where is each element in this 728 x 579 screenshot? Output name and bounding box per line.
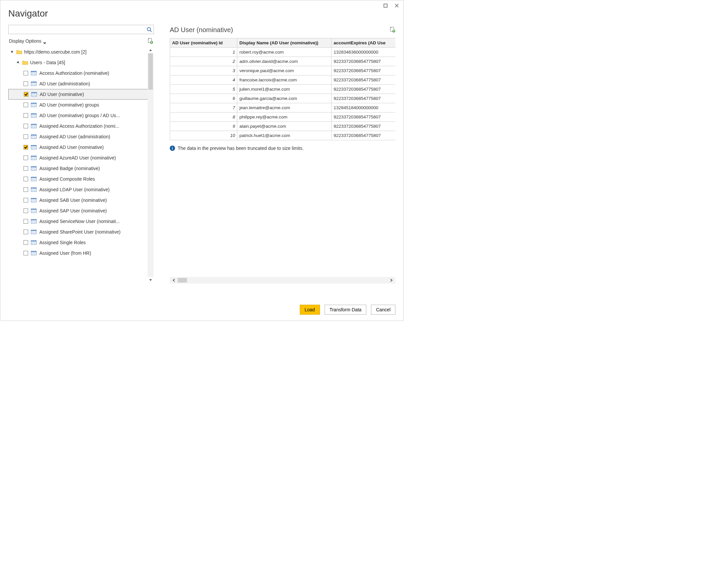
tree-item[interactable]: Assigned Single Roles (8, 237, 149, 248)
table-cell: 8 (170, 112, 237, 122)
table-header-cell[interactable]: Display Name (AD User (nominative)) (237, 38, 332, 48)
tree-item[interactable]: Assigned AD User (administration) (8, 131, 149, 142)
preview-hscrollbar[interactable] (170, 277, 395, 284)
expand-icon[interactable] (17, 60, 21, 64)
tree-item-checkbox[interactable] (24, 177, 28, 181)
cancel-button[interactable]: Cancel (371, 305, 395, 315)
tree-item-label: Assigned SAB User (nominative) (40, 198, 107, 203)
table-row[interactable]: 3veronique.paul@acme.com9223372036854775… (170, 66, 396, 75)
tree-item[interactable]: Assigned Access Authorization (nomi... (8, 121, 149, 131)
table-row[interactable]: 4francoise.lacroix@acme.com9223372036854… (170, 75, 396, 85)
restore-icon[interactable] (383, 3, 388, 8)
table-cell: 9223372036854775807 (332, 122, 395, 131)
table-cell: philippe.rey@acme.com (237, 112, 332, 122)
tree-item-checkbox[interactable] (24, 81, 28, 86)
tree-item-checkbox[interactable] (24, 134, 28, 139)
tree-item[interactable]: Assigned Badge (nominative) (8, 163, 149, 174)
table-row[interactable]: 10patrick.huet1@acme.com9223372036854775… (170, 131, 396, 140)
tree-item[interactable]: AD User (nominative) (8, 89, 149, 100)
scrollbar-track[interactable] (148, 53, 154, 277)
table-icon (31, 219, 37, 223)
table-row[interactable]: 7jean.lemaitre@acme.com13284518400000000… (170, 103, 396, 112)
table-row[interactable]: 9alain.payet@acme.com9223372036854775807 (170, 122, 396, 131)
tree-item[interactable]: Assigned SAP User (nominative) (8, 206, 149, 216)
tree-item-checkbox[interactable] (24, 198, 28, 203)
tree-item[interactable]: Assigned User (from HR) (8, 248, 149, 258)
table-header-cell[interactable]: AD User (nominative) Id (170, 38, 237, 48)
tree-item[interactable]: Assigned ServiceNow User (nominati... (8, 216, 149, 227)
scroll-left-icon[interactable] (171, 277, 178, 283)
svg-rect-47 (31, 145, 36, 146)
refresh-icon[interactable] (147, 38, 153, 44)
preview-table[interactable]: AD User (nominative) IdDisplay Name (AD … (170, 38, 395, 140)
tree-item[interactable]: AD User (nominative) groups / AD Us... (8, 110, 149, 121)
scrollbar-thumb[interactable] (148, 53, 153, 90)
folder-icon (22, 60, 28, 65)
display-options-dropdown[interactable]: Display Options (9, 38, 46, 44)
tree-group[interactable]: Users - Data [45] (8, 57, 149, 68)
display-options-label: Display Options (9, 38, 41, 44)
table-icon (31, 124, 37, 128)
tree-scrollbar[interactable] (147, 47, 154, 284)
transform-data-button[interactable]: Transform Data (324, 305, 367, 315)
table-cell: 132834636000000000 (332, 48, 395, 57)
hscroll-thumb[interactable] (178, 278, 187, 283)
table-icon (31, 187, 37, 192)
load-button[interactable]: Load (300, 305, 320, 315)
table-cell: 9 (170, 122, 237, 131)
svg-rect-53 (31, 156, 36, 157)
tree-item-checkbox[interactable] (24, 166, 28, 171)
tree-item[interactable]: Assigned AD User (nominative) (8, 142, 149, 153)
svg-rect-35 (31, 124, 36, 125)
tree-item[interactable]: Assigned AzureAD User (nominative) (8, 153, 149, 163)
tree-item-label: AD User (nominative) groups / AD Us... (40, 113, 120, 118)
search-icon[interactable] (146, 26, 153, 33)
tree-item-checkbox[interactable] (24, 240, 28, 245)
table-icon (31, 81, 37, 86)
tree-item-checkbox[interactable] (24, 103, 28, 107)
tree-item-checkbox[interactable] (24, 124, 28, 128)
tree-root[interactable]: https://demo.usercube.com [2] (8, 47, 149, 57)
preview-refresh-icon[interactable] (389, 27, 395, 33)
page-title: Navigator (8, 8, 395, 19)
table-header-cell[interactable]: accountExpires (AD Use (332, 38, 395, 48)
expand-icon[interactable] (11, 50, 15, 54)
tree-item-checkbox[interactable] (24, 113, 28, 118)
table-row[interactable]: 6guillaume.garcia@acme.com92233720368547… (170, 94, 396, 103)
tree-item[interactable]: AD User (nominative) groups (8, 100, 149, 110)
tree-item-checkbox[interactable] (24, 145, 28, 150)
tree-item[interactable]: Assigned SharePoint User (nominative) (8, 227, 149, 237)
tree-item[interactable]: Assigned Composite Roles (8, 174, 149, 184)
scroll-right-icon[interactable] (388, 277, 395, 283)
close-icon[interactable] (394, 3, 399, 8)
tree-item-checkbox[interactable] (24, 219, 28, 223)
tree-item[interactable]: Access Authorization (nominative) (8, 68, 149, 78)
tree-wrap: https://demo.usercube.com [2]Users - Dat… (8, 47, 154, 284)
table-cell: 10 (170, 131, 237, 140)
search-input[interactable] (8, 25, 154, 34)
table-row[interactable]: 1robert.roy@acme.com132834636000000000 (170, 48, 396, 57)
tree-item-label: Assigned ServiceNow User (nominati... (40, 219, 120, 224)
tree-item[interactable]: Assigned LDAP User (nominative) (8, 184, 149, 195)
svg-rect-0 (384, 4, 387, 7)
tree-item-checkbox[interactable] (24, 208, 28, 213)
left-panel: Display Options https://demo.usercube.co… (8, 25, 154, 284)
scroll-down-icon[interactable] (148, 277, 154, 283)
tree-item-checkbox[interactable] (24, 251, 28, 256)
table-row[interactable]: 2adm.olivier.david@acme.com9223372036854… (170, 57, 396, 66)
table-icon (31, 134, 37, 139)
tree-item-checkbox[interactable] (24, 230, 28, 234)
tree-item-checkbox[interactable] (24, 187, 28, 192)
table-row[interactable]: 8philippe.rey@acme.com922337203685477580… (170, 112, 396, 122)
tree-item[interactable]: AD User (administration) (8, 78, 149, 89)
tree-item[interactable]: Assigned SAB User (nominative) (8, 195, 149, 206)
table-icon (31, 103, 37, 107)
table-row[interactable]: 5julien.morel1@acme.com92233720368547758… (170, 85, 396, 94)
tree[interactable]: https://demo.usercube.com [2]Users - Dat… (8, 47, 154, 284)
tree-item-checkbox[interactable] (24, 71, 28, 75)
hscroll-track[interactable] (178, 277, 388, 283)
scroll-up-icon[interactable] (148, 47, 154, 53)
table-icon (31, 177, 37, 181)
tree-item-checkbox[interactable] (24, 156, 28, 160)
tree-item-checkbox[interactable] (24, 92, 28, 97)
